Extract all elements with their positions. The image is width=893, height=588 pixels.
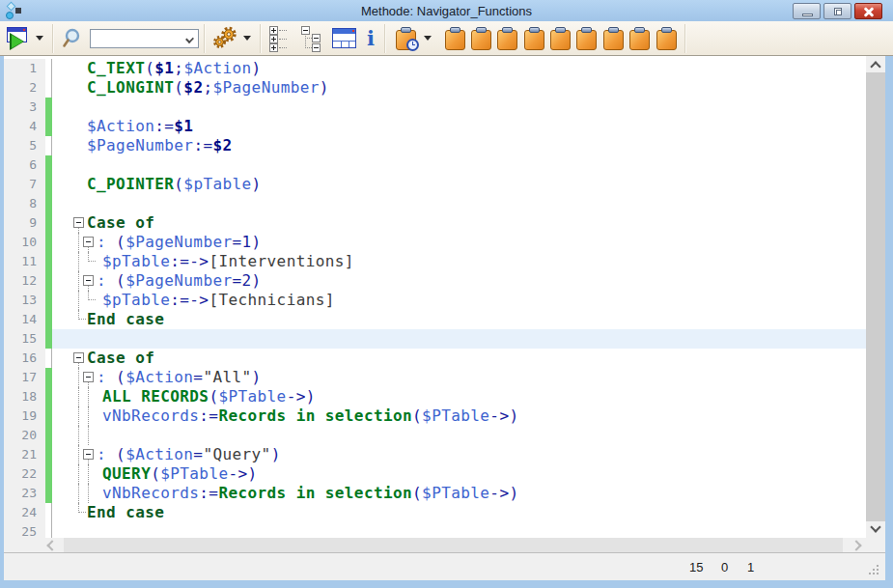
code-line[interactable]: 7C_POINTER($pTable) (4, 175, 866, 194)
search-combobox[interactable] (90, 29, 199, 48)
code-line[interactable]: 21: ($Action="Query") (4, 445, 866, 464)
line-number: 14 (4, 310, 45, 329)
code-token: ( (116, 368, 126, 386)
code-line[interactable]: 9Case of (4, 213, 866, 233)
code-token: :=-> (170, 291, 209, 309)
macros-dropdown-arrow[interactable] (424, 36, 432, 41)
expand-all-button[interactable] (266, 24, 292, 53)
search-button[interactable] (59, 24, 86, 53)
code-token: $PageNumber (126, 271, 232, 290)
code-line[interactable]: 12: ($PageNumber=2) (4, 271, 866, 291)
fold-collapse-icon[interactable] (73, 352, 84, 363)
settings-dropdown-arrow[interactable] (243, 36, 251, 41)
line-number: 16 (4, 349, 45, 368)
form-preview-icon (332, 28, 356, 48)
code-token: ->) (489, 484, 518, 502)
fold-tree-line (78, 233, 79, 252)
code-line[interactable]: 24End case (4, 503, 866, 522)
clipboard-icon[interactable] (497, 27, 517, 50)
expand-all-icon (268, 26, 290, 51)
fold-tree-line (78, 503, 86, 513)
code-token: End case (87, 503, 164, 521)
clipboard-icon[interactable] (524, 27, 544, 50)
line-number: 12 (4, 271, 45, 291)
code-token: ALL RECORDS (102, 387, 209, 406)
clipboard-icon[interactable] (629, 27, 650, 50)
change-bar-gutter (45, 136, 52, 155)
resize-grip-icon[interactable] (877, 573, 879, 574)
code-line[interactable]: 8 (4, 194, 866, 213)
scroll-left-arrow[interactable] (46, 540, 57, 550)
search-input[interactable] (93, 31, 180, 46)
fold-collapse-icon[interactable] (83, 275, 94, 286)
code-token: ) (320, 78, 329, 97)
method-settings-button[interactable] (210, 24, 240, 53)
status-line-number: 15 (689, 560, 703, 574)
clipboard-icon[interactable] (445, 27, 465, 50)
horizontal-scrollbar[interactable] (4, 538, 866, 552)
run-method-button[interactable] (4, 24, 33, 53)
minimize-button[interactable] (793, 3, 821, 19)
clipboard-icon[interactable] (576, 27, 597, 50)
line-number: 13 (4, 291, 45, 310)
macros-button[interactable] (391, 24, 421, 53)
code-line[interactable]: 11$pTable:=->[Interventions] (4, 252, 866, 271)
code-token: : (97, 368, 116, 386)
code-line[interactable]: 22QUERY($PTable->) (4, 464, 866, 484)
code-token: = (193, 368, 203, 386)
code-line[interactable]: 20 (4, 426, 866, 445)
code-line[interactable]: 16Case of (4, 349, 866, 368)
code-line[interactable]: 13$pTable:=->[Technicians] (4, 291, 866, 310)
code-token: ( (174, 175, 183, 193)
line-number: 1 (4, 59, 45, 78)
modified-line-marker (45, 387, 52, 406)
code-editor[interactable]: 1C_TEXT($1;$Action)2C_LONGINT($2;$PageNu… (4, 56, 866, 538)
code-line[interactable]: 4$Action:=$1 (4, 117, 866, 136)
clipboard-icon[interactable] (471, 27, 491, 50)
scroll-up-arrow[interactable] (870, 61, 880, 71)
code-token: ) (252, 59, 262, 77)
code-token: $2 (212, 136, 232, 154)
collapse-all-button[interactable] (299, 24, 324, 53)
fold-tree-line (88, 426, 89, 445)
code-line[interactable]: 1C_TEXT($1;$Action) (4, 59, 866, 78)
scroll-right-arrow[interactable] (851, 540, 861, 550)
run-dropdown-arrow[interactable] (36, 36, 43, 41)
code-line[interactable]: 19vNbRecords:=Records in selection($PTab… (4, 406, 866, 426)
fold-collapse-icon[interactable] (83, 449, 94, 460)
code-line[interactable]: 23vNbRecords:=Records in selection($PTab… (4, 484, 866, 503)
change-bar-gutter (45, 349, 52, 368)
clipboard-icon[interactable] (656, 27, 677, 50)
fold-collapse-icon[interactable] (83, 372, 94, 382)
vertical-scrollbar[interactable] (866, 56, 885, 538)
code-token: ( (412, 406, 422, 425)
code-token: : (97, 271, 116, 290)
scroll-down-arrow[interactable] (870, 521, 880, 532)
code-line[interactable]: 5$PageNumber:=$2 (4, 136, 866, 155)
code-line[interactable]: 25 (4, 522, 866, 538)
code-token: $PTable (218, 387, 286, 406)
code-line[interactable]: 10: ($PageNumber=1) (4, 233, 866, 252)
code-line[interactable]: 3 (4, 98, 866, 117)
code-line[interactable]: 2C_LONGINT($2;$PageNumber) (4, 78, 866, 98)
clipboard-icon[interactable] (603, 27, 624, 50)
modified-line-marker (45, 98, 52, 117)
close-button[interactable] (854, 3, 882, 19)
code-line[interactable]: 15 (4, 329, 866, 349)
code-line[interactable]: 6 (4, 155, 866, 175)
code-token: ( (145, 59, 154, 77)
clipboard-icon[interactable] (550, 27, 571, 50)
code-line[interactable]: 18ALL RECORDS($PTable->) (4, 387, 866, 406)
fold-collapse-icon[interactable] (73, 217, 84, 228)
horizontal-scrollbar-thumb[interactable] (64, 538, 843, 552)
code-token: C_LONGINT (87, 78, 174, 97)
code-line[interactable]: 17: ($Action="All") (4, 368, 866, 387)
maximize-button[interactable] (823, 3, 851, 19)
vertical-scrollbar-thumb[interactable] (866, 72, 885, 521)
form-preview-button[interactable] (330, 24, 358, 53)
method-info-button[interactable]: i (362, 24, 379, 53)
code-line[interactable]: 14End case (4, 310, 866, 329)
fold-collapse-icon[interactable] (83, 237, 94, 247)
window-border-right (885, 56, 893, 580)
chevron-down-icon[interactable] (185, 35, 194, 43)
